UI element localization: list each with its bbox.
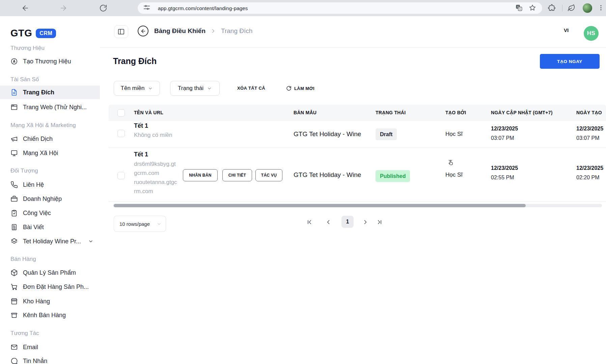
tasks-button[interactable]: TÁC VỤ xyxy=(255,169,282,181)
select-all-checkbox[interactable] xyxy=(117,109,125,117)
horizontal-scrollbar xyxy=(113,204,602,207)
browser-forward-icon[interactable] xyxy=(59,4,67,12)
language-selector[interactable]: VI xyxy=(564,27,569,33)
status-filter-dropdown[interactable]: Trạng thái xyxy=(170,81,220,96)
logo-text: GTG xyxy=(10,28,32,39)
browser-toolbar: app.gtgcrm.com/content/landing-pages A G xyxy=(0,0,606,16)
column-name-url: TÊN VÀ URL xyxy=(134,110,163,115)
sidebar-item-sales-channels[interactable]: Kênh Bán Hàng xyxy=(10,310,66,321)
sidebar-item-warehouse[interactable]: Kho Hàng xyxy=(10,296,50,307)
updated-time: 03:07 PM xyxy=(491,135,514,141)
status-badge-published: Published xyxy=(376,170,410,182)
landing-page-url-line: gcrm.com xyxy=(134,170,159,177)
extension-leaf-icon[interactable] xyxy=(568,4,576,12)
sidebar-item-website[interactable]: Trang Web (Thử Nghi... xyxy=(10,102,87,113)
row-divider xyxy=(109,148,606,148)
duplicate-button[interactable]: NHÂN BẢN xyxy=(183,169,218,181)
article-icon xyxy=(10,223,18,231)
package-icon xyxy=(10,269,18,276)
landing-page-name: Tết 1 xyxy=(134,151,148,158)
chevron-down-icon xyxy=(157,221,162,226)
domain-filter-dropdown[interactable]: Tên miền xyxy=(114,81,160,96)
sidebar-item-email[interactable]: Email xyxy=(10,342,38,353)
created-date: 12/23/2025 xyxy=(576,126,603,132)
store-icon xyxy=(10,298,18,305)
megaphone-icon xyxy=(10,135,18,143)
translate-icon[interactable]: A G xyxy=(515,4,523,13)
compass-icon xyxy=(10,58,18,65)
updated-time: 02:55 PM xyxy=(491,175,514,181)
column-status: TRẠNG THÁI xyxy=(376,110,406,115)
sidebar-item-messages[interactable]: Tin Nhắn xyxy=(10,356,47,364)
url-text[interactable]: app.gtgcrm.com/content/landing-pages xyxy=(158,5,248,11)
user-avatar[interactable]: HS xyxy=(584,26,599,41)
details-button[interactable]: CHI TIẾT xyxy=(222,169,252,181)
created-time: 03:07 PM xyxy=(576,135,599,141)
creator-name: Học Sĩ xyxy=(445,172,463,178)
clear-all-button[interactable]: XÓA TẤT CẢ xyxy=(237,86,265,91)
briefcase-icon xyxy=(10,195,18,203)
column-updated: NGÀY CẬP NHẬT (GMT+7) xyxy=(491,110,553,115)
sidebar-item-campaigns[interactable]: Chiến Dịch xyxy=(10,133,53,144)
section-label-sales: Bán Hàng xyxy=(10,256,36,263)
column-created: NGÀY TẠO xyxy=(576,110,602,115)
back-button[interactable] xyxy=(138,26,148,36)
extensions-icon[interactable] xyxy=(548,4,556,12)
page-number-button[interactable]: 1 xyxy=(341,216,354,228)
section-label-engagement: Tương Tác xyxy=(10,330,39,337)
column-creator: TẠO BỞI xyxy=(445,110,466,115)
arrow-left-icon xyxy=(140,28,146,34)
first-page-button[interactable] xyxy=(306,219,313,225)
last-page-button[interactable] xyxy=(376,219,383,225)
landing-page-url-line: drs6ml9ksbyg.gt xyxy=(134,161,176,168)
sidebar-item-articles[interactable]: Bài Viết xyxy=(10,222,44,233)
app-logo[interactable]: GTG CRM xyxy=(10,28,56,39)
refresh-button[interactable]: LÀM MỚI xyxy=(286,86,314,91)
landing-page-name: Tết 1 xyxy=(134,122,148,129)
browser-back-icon[interactable] xyxy=(21,4,29,12)
landing-page-url-line: ruoutetanna.gtgc xyxy=(134,179,177,186)
section-label-digital-assets: Tài Sản Số xyxy=(10,76,39,83)
updated-date: 12/23/2025 xyxy=(491,165,518,171)
browser-window-icon xyxy=(10,103,18,111)
clipboard-check-icon xyxy=(10,209,18,217)
previous-page-button[interactable] xyxy=(325,219,332,225)
row-checkbox[interactable] xyxy=(117,130,125,137)
sidebar-item-companies[interactable]: Doanh Nghiệp xyxy=(10,193,62,204)
sidebar-item-social-media[interactable]: Mạng Xã Hội xyxy=(10,148,58,158)
archive-box-icon xyxy=(10,311,18,319)
main-content: Bảng Điều Khiển Trang Đích VI HS Trang Đ… xyxy=(100,16,606,364)
row-checkbox[interactable] xyxy=(117,172,125,179)
page-title: Trang Đích xyxy=(113,56,157,66)
chevron-down-icon xyxy=(207,86,212,91)
sidebar-item-create-brand[interactable]: Tạo Thương Hiệu xyxy=(10,56,71,67)
sidebar-item-tet-holiday-wine[interactable]: Tet Holiday Wine Pr... xyxy=(10,236,93,247)
address-bar[interactable]: app.gtgcrm.com/content/landing-pages A G xyxy=(138,2,542,14)
horizontal-scrollbar-thumb[interactable] xyxy=(114,204,526,207)
chat-icon xyxy=(10,357,18,364)
landing-page-url: Không có miền xyxy=(134,132,172,139)
sidebar-item-products[interactable]: Quản Lý Sản Phẩm xyxy=(10,267,76,278)
browser-reload-icon[interactable] xyxy=(99,4,107,12)
browser-menu-icon[interactable] xyxy=(597,4,605,12)
toolbar-divider xyxy=(562,5,562,11)
chevron-down-icon xyxy=(88,239,93,244)
template-name: GTG Tet Holiday - Wine xyxy=(294,130,361,138)
create-now-button[interactable]: TẠO NGAY xyxy=(540,54,600,69)
creator-name: Học Sĩ xyxy=(445,131,463,138)
sidebar-item-contacts[interactable]: Liên Hệ xyxy=(10,179,44,190)
bookmark-star-icon[interactable] xyxy=(529,4,536,13)
site-info-icon[interactable] xyxy=(143,4,150,12)
panel-left-icon xyxy=(117,28,125,35)
next-page-button[interactable] xyxy=(362,219,369,225)
breadcrumb-dashboard[interactable]: Bảng Điều Khiển xyxy=(154,27,205,35)
rows-per-page-dropdown[interactable]: 10 rows/page xyxy=(114,216,166,232)
sidebar-item-orders[interactable]: Đơn Đặt Hàng Sản Ph... xyxy=(10,281,89,292)
sidebar-item-landing-pages[interactable]: Trang Đích xyxy=(0,86,100,99)
sidebar-item-tasks[interactable]: Công Việc xyxy=(10,208,51,218)
chevron-right-icon xyxy=(210,28,216,34)
created-time: 02:20 PM xyxy=(576,175,599,181)
sidebar-toggle-button[interactable] xyxy=(114,25,128,38)
browser-profile-avatar[interactable] xyxy=(583,3,592,13)
landing-page-icon xyxy=(10,89,18,96)
